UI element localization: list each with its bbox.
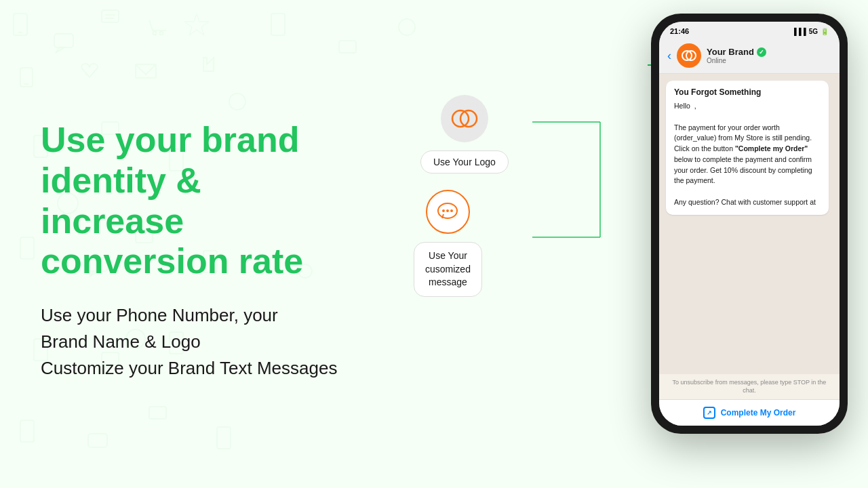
svg-point-43	[450, 209, 453, 212]
logo-callout: Use Your Logo	[420, 95, 509, 174]
logo-circles-icon	[450, 104, 479, 134]
chat-bubble: You Forgot Something Hello , The payment…	[666, 81, 829, 215]
headline: Use your brandidentity & increaseconvers…	[41, 120, 346, 282]
svg-point-42	[446, 209, 449, 212]
brand-name: Your Brand ✓	[707, 47, 831, 57]
cta-label: Complete My Order	[721, 408, 796, 418]
brand-name-text: Your Brand	[707, 47, 754, 57]
verified-tick-icon: ✓	[757, 47, 766, 57]
chat-title: You Forgot Something	[674, 87, 821, 97]
brand-logo-icon	[682, 48, 696, 63]
unsubscribe-note: To unsubscribe from messages, please typ…	[659, 374, 840, 399]
back-arrow-icon[interactable]: ‹	[667, 49, 671, 63]
chat-area: You Forgot Something Hello , The payment…	[659, 74, 840, 374]
network-label: 5G	[809, 28, 818, 35]
subtext: Use your Phone Number, your Brand Name &…	[41, 302, 346, 382]
right-panel: ✓ Get Verified WhatsApp Number & Green T…	[380, 0, 868, 488]
logo-label-text: Use Your Logo	[433, 157, 496, 167]
status-time: 21:46	[670, 27, 689, 35]
chat-body: Hello , The payment for your order worth…	[674, 101, 821, 208]
status-icons: ▐▐▐ 5G 🔋	[791, 28, 829, 35]
phone-mockup: 21:46 ▐▐▐ 5G 🔋 ‹	[651, 14, 848, 434]
status-bar: 21:46 ▐▐▐ 5G 🔋	[659, 22, 840, 38]
chat-icon-svg	[435, 200, 460, 224]
svg-point-41	[442, 209, 445, 212]
message-callout: Use Your cusomized message	[414, 190, 482, 297]
online-status: Online	[707, 57, 831, 64]
message-label-box: Use Your cusomized message	[414, 242, 482, 297]
phone-screen: 21:46 ▐▐▐ 5G 🔋 ‹	[659, 22, 840, 426]
connector-svg	[532, 102, 654, 319]
cta-button[interactable]: ↗ Complete My Order	[659, 399, 840, 426]
brand-avatar	[677, 43, 701, 68]
brand-info: Your Brand ✓ Online	[707, 47, 831, 64]
left-panel: Use your brandidentity & increaseconvers…	[0, 0, 380, 488]
logo-label-box: Use Your Logo	[420, 150, 509, 174]
message-label-text1: Use Your	[429, 250, 467, 261]
message-label-text2: cusomized	[425, 264, 471, 274]
chat-bubble-icon	[426, 190, 470, 234]
external-link-icon: ↗	[703, 407, 715, 419]
wa-header: ‹ Your Brand ✓ Online	[659, 38, 840, 74]
battery-icon: 🔋	[821, 28, 829, 35]
signal-bars-icon: ▐▐▐	[791, 28, 806, 35]
logo-icon-circle	[441, 95, 488, 142]
main-wrapper: Use your brandidentity & increaseconvers…	[0, 0, 868, 488]
message-label-text3: message	[429, 277, 467, 287]
